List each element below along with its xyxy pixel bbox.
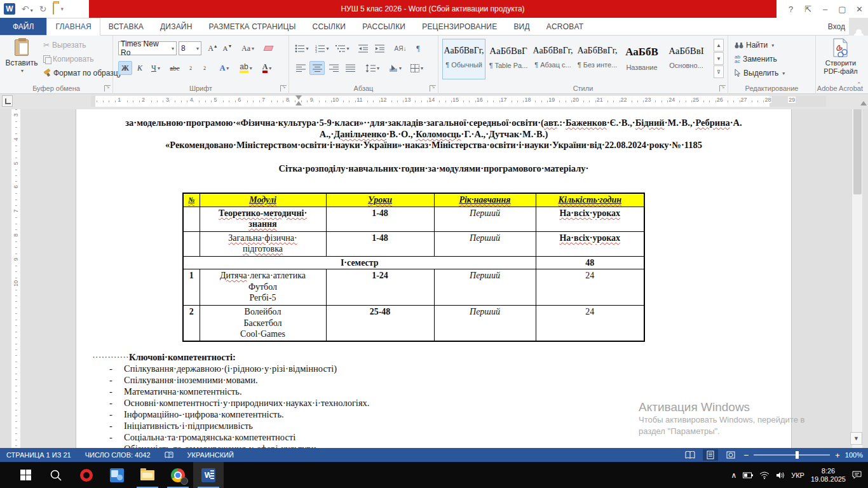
taskbar-chrome-button[interactable] [163, 462, 193, 488]
scroll-down-icon[interactable]: ▼ [850, 432, 862, 445]
close-button[interactable]: ✕ [851, 0, 868, 18]
subscript-button[interactable]: 2 [184, 61, 197, 75]
font-color-button[interactable]: А▾ [258, 61, 276, 75]
tab-home[interactable]: ГЛАВНАЯ [46, 18, 100, 36]
multilevel-list-button[interactable]: ▾ [334, 41, 351, 55]
first-line-indent-marker[interactable] [295, 95, 302, 100]
align-center-button[interactable] [309, 61, 325, 75]
taskbar-word-button[interactable]: W [193, 462, 224, 488]
tab-selector[interactable] [2, 95, 13, 107]
styles-more-button[interactable]: ⊽ [714, 65, 724, 78]
styles-dialog-launcher[interactable] [719, 85, 726, 92]
proofing-icon[interactable]: x [165, 451, 173, 459]
undo-icon[interactable]: ↶▾ [22, 4, 33, 13]
justify-button[interactable] [342, 61, 358, 75]
vertical-scrollbar[interactable]: ▲ [851, 109, 862, 448]
styles-scroll-down[interactable]: ▼ [714, 52, 724, 65]
scrollbar-thumb[interactable] [853, 109, 862, 194]
style-table-paragraph[interactable]: АаБбВвГ¶ Table Pa... [487, 39, 530, 79]
minimize-button[interactable]: – [817, 0, 834, 18]
help-button[interactable]: ? [782, 0, 799, 18]
zoom-slider-thumb[interactable] [796, 451, 799, 459]
account-avatar[interactable] [849, 18, 868, 36]
select-button[interactable]: Выделить▾ [735, 69, 785, 78]
bold-button[interactable]: Ж [118, 61, 132, 75]
tab-design[interactable]: ДИЗАЙН [152, 18, 201, 35]
grow-font-button[interactable]: А▲ [206, 41, 220, 55]
input-language[interactable]: УКР [791, 471, 804, 479]
tab-view[interactable]: ВИД [505, 18, 538, 35]
change-case-button[interactable]: Aa▾ [239, 41, 257, 55]
text-effects-button[interactable]: А▾ [216, 61, 233, 75]
tab-page-layout[interactable]: РАЗМЕТКА СТРАНИЦЫ [201, 18, 304, 35]
shrink-font-button[interactable]: А▼ [220, 41, 234, 55]
increase-indent-button[interactable] [372, 41, 387, 55]
redo-icon[interactable]: ↻ [39, 4, 47, 13]
document-page[interactable]: за·модельною·програмою·«Фізична·культура… [76, 109, 791, 448]
font-size-combo[interactable]: 8▾ [179, 41, 201, 55]
font-dialog-launcher[interactable] [280, 85, 287, 92]
open-icon[interactable] [53, 3, 54, 15]
highlight-color-button[interactable]: ab▾ [236, 61, 255, 75]
tab-references[interactable]: ССЫЛКИ [304, 18, 355, 35]
zoom-level[interactable]: 100% [845, 451, 863, 459]
align-left-button[interactable] [293, 61, 308, 75]
taskbar-photos-app-button[interactable] [102, 462, 132, 488]
wifi-icon[interactable] [759, 471, 770, 479]
vertical-ruler[interactable]: 345678910 [11, 109, 20, 448]
tab-mailings[interactable]: РАССЫЛКИ [354, 18, 414, 35]
style-title[interactable]: АаБбВНазвание [620, 39, 663, 79]
collapse-ribbon-button[interactable]: ⌃ [857, 81, 862, 88]
maximize-button[interactable]: ▢ [834, 0, 851, 18]
show-marks-button[interactable]: ¶ [411, 41, 425, 55]
strikethrough-button[interactable]: abc [166, 61, 183, 75]
print-layout-icon[interactable] [703, 449, 718, 461]
style-body-text[interactable]: АаБбВвІОсновно... [665, 39, 708, 79]
zoom-slider[interactable] [754, 454, 830, 456]
borders-button[interactable]: ▾ [407, 61, 426, 75]
shading-button[interactable]: ▾ [386, 61, 405, 75]
clear-formatting-button[interactable] [261, 41, 276, 55]
web-layout-icon[interactable] [723, 449, 738, 461]
tab-review[interactable]: РЕЦЕНЗИРОВАНИЕ [414, 18, 505, 35]
page-indicator[interactable]: СТРАНИЦА 1 ИЗ 21 [6, 451, 71, 459]
style-no-spacing[interactable]: АаБбВвГг,¶ Без инте... [576, 39, 619, 79]
paste-button[interactable]: Вставить ▾ [4, 38, 39, 84]
create-pdf-button[interactable]: СтворитиPDF-файл [820, 38, 862, 84]
hidden-icons-chevron[interactable]: ∧ [731, 471, 736, 480]
right-indent-marker[interactable] [860, 101, 867, 105]
cut-button[interactable]: ✂Вырезать [43, 41, 86, 50]
font-family-combo[interactable]: Times New Ro▾ [118, 41, 177, 55]
customize-qat-icon[interactable]: ▾ [60, 6, 64, 12]
align-right-button[interactable] [326, 61, 341, 75]
hanging-indent-marker[interactable] [295, 101, 302, 105]
tab-insert[interactable]: ВСТАВКА [100, 18, 152, 35]
sign-in-link[interactable]: Вход [828, 18, 845, 36]
ribbon-display-options-button[interactable]: ⇱ [799, 0, 817, 18]
volume-icon[interactable] [776, 471, 785, 479]
find-button[interactable]: Найти▾ [735, 41, 774, 50]
taskbar-search-button[interactable] [41, 462, 71, 488]
start-button[interactable] [10, 462, 41, 488]
battery-icon[interactable] [743, 472, 753, 478]
zoom-in-button[interactable]: + [835, 451, 840, 460]
read-mode-icon[interactable] [682, 449, 698, 461]
replace-button[interactable]: abac Заменить [735, 55, 777, 64]
line-spacing-button[interactable]: ▾ [363, 61, 382, 75]
style-normal[interactable]: АаБбВвГг,¶ Обычный [442, 39, 485, 79]
format-painter-button[interactable]: Формат по образцу [43, 69, 122, 78]
tab-file[interactable]: ФАЙЛ [0, 18, 46, 35]
underline-button[interactable]: Ч▾ [147, 61, 164, 75]
copy-button[interactable]: Копировать [43, 55, 94, 64]
taskbar-opera-button[interactable] [71, 462, 102, 488]
bullets-button[interactable]: ▾ [293, 41, 311, 55]
clipboard-dialog-launcher[interactable] [104, 85, 111, 92]
decrease-indent-button[interactable] [355, 41, 370, 55]
horizontal-ruler[interactable]: 1234567891011121314151617181920212223242… [91, 96, 826, 107]
styles-scroll-up[interactable]: ▲ [714, 39, 724, 51]
superscript-button[interactable]: 2 [198, 61, 211, 75]
clock[interactable]: 8:2619.08.2025 [811, 467, 846, 484]
zoom-out-button[interactable]: − [743, 450, 749, 460]
style-list-paragraph[interactable]: АаБбВвГг,¶ Абзац с... [531, 39, 574, 79]
sort-button[interactable]: АЯ↓ [392, 41, 409, 55]
